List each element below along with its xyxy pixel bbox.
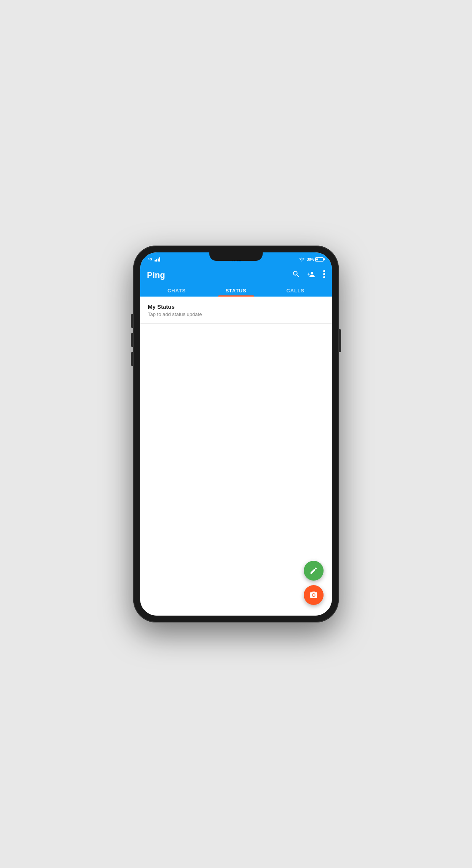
battery-indicator: 30%: [307, 257, 324, 262]
battery-icon: [315, 257, 324, 262]
edit-icon: [309, 566, 318, 575]
volume-up-button[interactable]: [131, 314, 133, 328]
wifi-icon: [299, 257, 305, 262]
my-status-title: My Status: [148, 303, 324, 310]
phone-frame: 4G 7:41 30%: [133, 246, 339, 622]
status-right: 30%: [299, 257, 324, 262]
tab-calls[interactable]: CALLS: [266, 284, 325, 297]
battery-percent: 30%: [307, 257, 314, 262]
mute-button[interactable]: [131, 352, 133, 366]
tabs-container: CHATS STATUS CALLS: [147, 284, 325, 297]
tab-chats[interactable]: CHATS: [147, 284, 206, 297]
power-button[interactable]: [339, 329, 341, 352]
svg-point-0: [323, 270, 325, 272]
header-top: Ping: [147, 270, 325, 284]
tab-status[interactable]: STATUS: [206, 284, 266, 297]
app-title: Ping: [147, 270, 165, 280]
my-status-section[interactable]: My Status Tap to add status update: [140, 297, 332, 324]
add-contact-button[interactable]: [307, 270, 316, 280]
camera-icon: [309, 591, 318, 599]
camera-fab[interactable]: [304, 585, 324, 605]
status-left: 4G: [148, 257, 160, 262]
signal-icon: [155, 257, 160, 262]
network-label: 4G: [148, 257, 152, 261]
content-area: My Status Tap to add status update: [140, 297, 332, 616]
search-button[interactable]: [292, 270, 300, 280]
volume-down-button[interactable]: [131, 333, 133, 347]
edit-status-fab[interactable]: [304, 561, 324, 581]
phone-screen: 4G 7:41 30%: [140, 252, 332, 616]
app-header: Ping: [140, 266, 332, 297]
header-actions: [292, 270, 325, 280]
svg-point-1: [323, 273, 325, 275]
more-options-button[interactable]: [323, 270, 325, 280]
svg-point-2: [323, 276, 325, 278]
my-status-subtitle: Tap to add status update: [148, 311, 324, 317]
fab-container: [304, 561, 324, 605]
notch: [209, 252, 263, 261]
